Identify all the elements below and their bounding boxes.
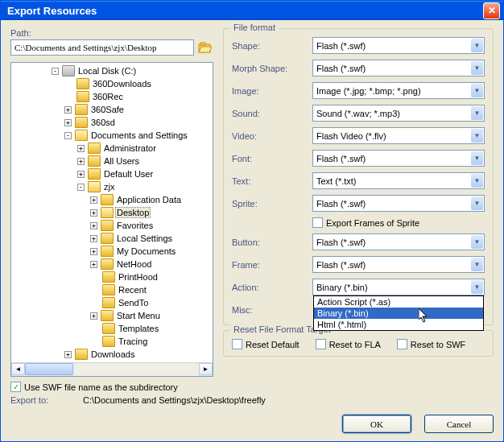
tree-node[interactable]: Tracing (13, 335, 211, 348)
video-value: Flash Video (*.flv) (316, 131, 386, 141)
morph-select[interactable]: Flash (*.swf)▼ (312, 60, 485, 76)
action-select[interactable]: Binary (*.bin) ▼ Action Script (*.as)Bin… (312, 279, 485, 295)
tree-node[interactable]: +Administrator (13, 142, 211, 155)
tree-node[interactable]: 360Rec (13, 90, 211, 103)
font-select[interactable]: Flash (*.swf)▼ (312, 150, 485, 167)
chevron-down-icon: ▼ (471, 151, 483, 165)
folder-icon (101, 220, 114, 231)
export-to-label: Export to: (10, 395, 83, 405)
tree-node[interactable]: +360sd (13, 116, 211, 129)
image-label: Image: (232, 86, 312, 96)
open-folder-icon[interactable] (197, 39, 213, 56)
expand-icon[interactable]: + (90, 222, 97, 229)
tree-node[interactable]: +Application Data (13, 193, 211, 206)
chevron-down-icon: ▼ (471, 235, 483, 249)
tree-label: Templates (117, 324, 160, 333)
frame-value: Flash (*.swf) (316, 260, 366, 270)
expand-icon[interactable]: + (90, 261, 97, 268)
expand-icon[interactable]: + (77, 145, 85, 152)
expand-icon[interactable]: + (90, 312, 97, 320)
frame-label: Frame: (232, 260, 312, 270)
tree-node[interactable]: SendTo (13, 296, 211, 309)
export-frames-label: Export Frames of Sprite (326, 218, 419, 228)
export-frames-checkbox[interactable] (312, 217, 323, 228)
svg-rect-1 (200, 43, 205, 45)
sound-select[interactable]: Sound (*.wav; *.mp3)▼ (312, 105, 485, 122)
reset-group: Reset File Format Target Reset Default R… (223, 330, 494, 357)
collapse-icon[interactable]: - (77, 184, 85, 191)
expand-icon[interactable]: + (64, 106, 72, 114)
close-button[interactable]: ✕ (483, 2, 500, 19)
reset-default-checkbox[interactable] (232, 339, 242, 349)
folder-icon (101, 207, 114, 218)
shape-label: Shape: (232, 41, 312, 51)
subdir-checkbox[interactable]: ✓ (10, 382, 21, 392)
expand-icon[interactable]: + (64, 119, 72, 126)
chevron-down-icon: ▼ (471, 174, 483, 188)
tree-label: Favorites (115, 221, 155, 230)
tree-node[interactable]: +Favorites (13, 219, 211, 232)
shape-select[interactable]: Flash (*.swf)▼ (312, 37, 485, 54)
tree-node[interactable]: -Local Disk (C:) (13, 64, 211, 77)
chevron-down-icon: ▼ (471, 39, 483, 52)
tree-node[interactable]: Templates (13, 322, 211, 335)
tree-node[interactable]: +Desktop (13, 206, 211, 219)
shape-value: Flash (*.swf) (316, 41, 366, 51)
expand-icon[interactable]: + (90, 235, 97, 242)
frame-select[interactable]: Flash (*.swf)▼ (312, 256, 485, 273)
expand-icon[interactable]: + (64, 351, 72, 358)
tree-label: Desktop (115, 207, 151, 218)
folder-tree[interactable]: -Local Disk (C:)360Downloads360Rec+360Sa… (10, 62, 213, 377)
tree-node[interactable]: -Documents and Settings (13, 129, 211, 142)
collapse-icon[interactable]: - (52, 68, 59, 75)
path-input[interactable] (10, 39, 194, 56)
tree-node[interactable]: +NetHood (13, 258, 211, 271)
folder-icon (76, 78, 89, 89)
scroll-thumb[interactable] (25, 363, 73, 375)
tree-label: Administrator (102, 143, 158, 153)
expand-icon[interactable]: + (90, 209, 97, 217)
tree-node[interactable]: +My Documents (13, 245, 211, 258)
chevron-down-icon: ▼ (471, 196, 483, 210)
tree-node[interactable]: Recent (13, 283, 211, 296)
tree-label: Default User (102, 169, 155, 179)
scroll-right-button[interactable]: ► (199, 363, 213, 375)
tree-hscrollbar[interactable]: ◄ ► (11, 362, 213, 376)
tree-node[interactable]: +360Safe (13, 103, 211, 116)
tree-node[interactable]: 360Downloads (13, 77, 211, 90)
reset-fla-label: Reset to FLA (329, 340, 381, 349)
button-select[interactable]: Flash (*.swf)▼ (312, 233, 485, 250)
reset-fla-checkbox[interactable] (316, 339, 326, 349)
text-select[interactable]: Text (*.txt)▼ (312, 172, 485, 189)
titlebar: Export Resources ✕ (1, 1, 503, 20)
collapse-icon[interactable]: - (64, 132, 72, 139)
sprite-select[interactable]: Flash (*.swf)▼ (312, 195, 485, 212)
reset-swf-checkbox[interactable] (397, 339, 407, 349)
tree-node[interactable]: +All Users (13, 155, 211, 167)
expand-icon[interactable]: + (77, 171, 85, 178)
action-option[interactable]: Action Script (*.as) (314, 296, 483, 308)
folder-icon (88, 143, 101, 154)
tree-node[interactable]: +Start Menu (13, 309, 211, 322)
expand-icon[interactable]: + (90, 248, 97, 255)
file-format-legend: File format (230, 23, 279, 32)
folder-icon (101, 194, 114, 205)
scroll-left-button[interactable]: ◄ (11, 363, 25, 375)
action-option[interactable]: Html (*.html) (314, 319, 483, 330)
expand-icon[interactable]: + (90, 196, 97, 204)
tree-node[interactable]: -zjx (13, 180, 211, 193)
tree-node[interactable]: +Default User (13, 167, 211, 180)
sound-value: Sound (*.wav; *.mp3) (316, 109, 400, 118)
image-select[interactable]: Image (*.jpg; *.bmp; *.png)▼ (312, 82, 485, 99)
tree-node[interactable]: PrintHood (13, 271, 211, 283)
tree-label: Application Data (115, 195, 183, 204)
button-label: Button: (232, 238, 312, 247)
tree-node[interactable]: +Downloads (13, 348, 211, 361)
tree-node[interactable]: +Local Settings (13, 232, 211, 245)
video-select[interactable]: Flash Video (*.flv)▼ (312, 127, 485, 144)
ok-button[interactable]: OK (342, 415, 411, 433)
action-option[interactable]: Binary (*.bin) (314, 308, 483, 319)
expand-icon[interactable]: + (77, 158, 85, 165)
cancel-button[interactable]: Cancel (424, 415, 494, 433)
folder-icon (88, 155, 101, 167)
